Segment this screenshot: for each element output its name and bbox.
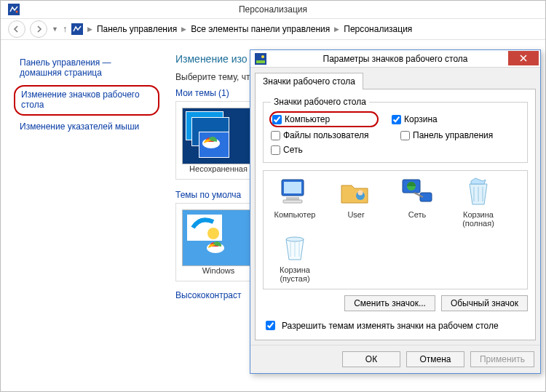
theme-thumbnail: [182, 108, 255, 164]
network-icon: [400, 177, 435, 207]
breadcrumb: ▶ Панель управления ▶ Все элементы панел…: [71, 23, 412, 35]
checkbox-network-input[interactable]: [271, 145, 280, 155]
chevron-down-icon[interactable]: ▼: [52, 25, 58, 33]
window-titlebar: Персонализация: [1, 1, 545, 18]
checkbox-recycle-bin[interactable]: Корзина: [392, 113, 501, 126]
checkbox-label: Сеть: [283, 145, 303, 155]
svg-rect-12: [283, 200, 302, 203]
theme-label: Windows: [182, 266, 255, 275]
user-icon: [339, 177, 373, 207]
svg-point-8: [261, 55, 264, 58]
change-icon-button[interactable]: Сменить значок...: [344, 295, 435, 311]
icon-item-bin-full[interactable]: Корзина (полная): [453, 177, 504, 228]
icon-label: Компьютер: [269, 210, 320, 219]
icon-label: User: [331, 210, 381, 219]
icon-preview-well[interactable]: Компьютер User Сеть Корзина (полная): [263, 170, 528, 289]
svg-rect-10: [284, 182, 301, 193]
icon-item-computer[interactable]: Компьютер: [269, 177, 320, 228]
chevron-right-icon: ▶: [87, 25, 92, 33]
window-title: Персонализация: [1, 4, 545, 15]
checkbox-computer-input[interactable]: [272, 115, 282, 124]
icon-item-bin-empty[interactable]: Корзина (пустая): [269, 232, 320, 283]
apply-button[interactable]: Применить: [470, 351, 534, 367]
theme-thumbnail: [182, 209, 255, 266]
group-legend: Значки рабочего стола: [271, 97, 369, 107]
theme-label: Несохраненная: [182, 164, 255, 173]
checkbox-allow-themes-input[interactable]: [266, 321, 275, 330]
checkbox-control-panel-input[interactable]: [400, 131, 410, 140]
checkbox-control-panel[interactable]: Панель управления: [400, 130, 510, 140]
sidebar-item-mouse-pointers[interactable]: Изменение указателей мыши: [20, 121, 154, 132]
tabstrip: Значки рабочего стола: [255, 72, 536, 89]
desktop-icon-settings-dialog: Параметры значков рабочего стола Значки …: [250, 49, 541, 374]
breadcrumb-item[interactable]: Панель управления: [97, 24, 177, 34]
svg-point-14: [358, 191, 363, 196]
svg-point-18: [286, 237, 304, 241]
checkbox-label: Файлы пользователя: [283, 130, 368, 140]
computer-icon: [277, 177, 312, 207]
tab-panel: Значки рабочего стола Компьютер Корзина …: [255, 89, 536, 340]
sidebar: Панель управления — домашняя страница Из…: [1, 41, 168, 391]
checkbox-computer[interactable]: Компьютер: [269, 111, 379, 127]
bin-full-icon: [461, 177, 496, 207]
svg-rect-7: [256, 60, 265, 63]
checkbox-label: Панель управления: [413, 130, 493, 140]
checkbox-label: Разрешить темам изменять значки на рабоч…: [282, 321, 499, 331]
breadcrumb-item[interactable]: Все элементы панели управления: [191, 24, 330, 34]
breadcrumb-item[interactable]: Персонализация: [344, 24, 412, 34]
close-button[interactable]: [508, 51, 539, 65]
sidebar-item-desktop-icons[interactable]: Изменение значков рабочего стола: [21, 89, 152, 110]
bin-empty-icon: [277, 232, 312, 263]
toolbar: ▼ ↑ ▶ Панель управления ▶ Все элементы п…: [1, 18, 545, 40]
back-button[interactable]: [8, 20, 25, 38]
checkbox-label: Компьютер: [285, 114, 330, 124]
checkbox-recycle-bin-input[interactable]: [392, 115, 401, 124]
checkbox-user-files-input[interactable]: [271, 131, 280, 140]
desktop-icons-group: Значки рабочего стола Компьютер Корзина …: [263, 97, 528, 163]
theme-tile-unsaved[interactable]: Несохраненная: [182, 108, 255, 173]
cancel-button[interactable]: Отмена: [406, 351, 464, 367]
chevron-right-icon: ▶: [334, 25, 339, 33]
svg-point-1: [16, 11, 18, 13]
dialog-titlebar: Параметры значков рабочего стола: [250, 50, 540, 68]
svg-rect-11: [286, 197, 299, 200]
icon-label: Сеть: [392, 210, 443, 219]
ok-button[interactable]: ОК: [342, 351, 400, 367]
dialog-title: Параметры значков рабочего стола: [250, 54, 540, 64]
icon-item-user[interactable]: User: [331, 177, 381, 228]
breadcrumb-icon: [71, 23, 83, 35]
up-button[interactable]: ↑: [63, 24, 67, 34]
theme-tile-windows[interactable]: Windows: [182, 209, 255, 275]
checkbox-label: Корзина: [404, 114, 438, 124]
checkbox-network[interactable]: Сеть: [271, 145, 380, 155]
default-icon-button[interactable]: Обычный значок: [441, 295, 528, 311]
forward-button[interactable]: [30, 20, 47, 38]
checkbox-allow-themes[interactable]: Разрешить темам изменять значки на рабоч…: [263, 319, 528, 332]
svg-point-4: [207, 228, 219, 239]
chevron-right-icon: ▶: [181, 25, 186, 33]
icon-label: Корзина (пустая): [269, 265, 320, 283]
app-icon: [8, 4, 20, 15]
dialog-footer: ОК Отмена Применить: [250, 345, 540, 373]
checkbox-user-files[interactable]: Файлы пользователя: [271, 130, 380, 140]
highlight-ring: Изменение значков рабочего стола: [14, 85, 159, 116]
icon-label: Корзина (полная): [453, 210, 504, 228]
sidebar-item-home[interactable]: Панель управления — домашняя страница: [20, 57, 154, 78]
dialog-icon: [255, 53, 266, 65]
icon-item-network[interactable]: Сеть: [392, 177, 443, 228]
tab-desktop-icons[interactable]: Значки рабочего стола: [255, 73, 363, 89]
